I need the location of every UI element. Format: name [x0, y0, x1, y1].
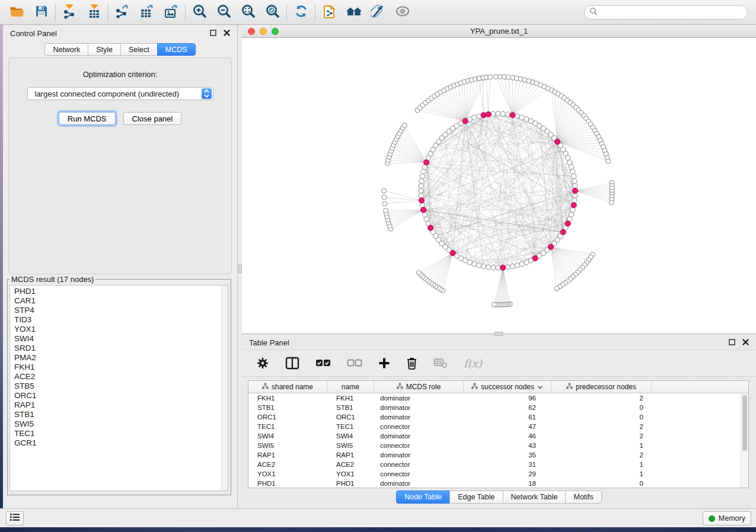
table-row[interactable]: ORC1ORC1dominator610	[248, 412, 748, 422]
network-node[interactable]	[419, 179, 424, 184]
network-node[interactable]	[496, 111, 500, 116]
network-node[interactable]	[424, 217, 429, 222]
network-node[interactable]	[573, 184, 578, 188]
network-node[interactable]	[606, 159, 611, 164]
network-node[interactable]	[515, 114, 519, 118]
network-node[interactable]	[570, 169, 575, 174]
tab-network-table[interactable]: Network Table	[503, 491, 566, 504]
network-node[interactable]	[510, 264, 515, 268]
network-node[interactable]	[573, 193, 578, 198]
network-node[interactable]	[491, 111, 496, 116]
network-node[interactable]	[476, 114, 481, 118]
network-node[interactable]	[476, 263, 481, 268]
mcds-result-item[interactable]: TEC1	[10, 429, 228, 438]
network-node[interactable]	[419, 193, 423, 198]
network-node[interactable]	[532, 255, 538, 261]
birds-eye-view-button[interactable]	[390, 2, 414, 23]
network-node[interactable]	[488, 75, 493, 79]
network-node[interactable]	[481, 264, 486, 268]
mcds-result-item[interactable]: SWI5	[10, 419, 228, 429]
network-node[interactable]	[419, 184, 423, 188]
mcds-result-item[interactable]: SRD1	[10, 344, 228, 353]
network-node[interactable]	[419, 198, 424, 203]
close-panel-icon[interactable]	[742, 337, 749, 348]
show-columns-icon[interactable]	[285, 357, 299, 370]
network-node[interactable]	[565, 221, 570, 226]
vertical-splitter[interactable]	[237, 25, 242, 508]
network-node[interactable]	[419, 188, 423, 193]
network-node[interactable]	[496, 265, 500, 270]
export-image-button[interactable]	[159, 2, 183, 23]
table-row[interactable]: TEC1TEC1connector472	[248, 422, 748, 431]
network-node[interactable]	[382, 188, 387, 193]
export-table-button[interactable]	[135, 2, 159, 23]
mcds-result-item[interactable]: STB1	[10, 410, 228, 419]
mcds-result-item[interactable]: FKH1	[10, 363, 228, 372]
column-header-predecessor-nodes[interactable]: predecessor nodes	[551, 381, 652, 393]
mcds-result-item[interactable]: STP4	[10, 306, 228, 315]
network-node[interactable]	[555, 139, 560, 145]
mcds-result-item[interactable]: SWI4	[10, 334, 228, 344]
network-node[interactable]	[428, 225, 433, 230]
deselect-all-checks-icon[interactable]	[347, 359, 362, 367]
close-panel-button[interactable]: Close panel	[123, 112, 182, 125]
network-node[interactable]	[416, 270, 421, 275]
network-node[interactable]	[500, 111, 505, 116]
tab-edge-table[interactable]: Edge Table	[449, 491, 503, 504]
delete-rows-icon[interactable]	[406, 357, 417, 370]
save-session-button[interactable]	[29, 2, 53, 23]
table-row[interactable]: STB1STB1dominator620	[248, 403, 748, 412]
network-node[interactable]	[510, 113, 515, 118]
mcds-result-item[interactable]: ORC1	[10, 391, 228, 400]
memory-button[interactable]: Memory	[703, 511, 751, 525]
tab-select[interactable]: Select	[120, 43, 158, 56]
mcds-result-item[interactable]: STB5	[10, 382, 228, 391]
network-node[interactable]	[569, 165, 573, 169]
network-node[interactable]	[571, 203, 576, 208]
toggle-graphics-details-button[interactable]	[366, 2, 390, 23]
network-node[interactable]	[567, 160, 572, 165]
network-node[interactable]	[384, 208, 388, 213]
network-node[interactable]	[491, 265, 496, 270]
column-header-name[interactable]: name	[327, 381, 374, 393]
table-scrollbar[interactable]	[741, 393, 748, 488]
network-node[interactable]	[500, 265, 506, 270]
network-node[interactable]	[609, 200, 614, 205]
refresh-view-button[interactable]	[289, 2, 313, 23]
network-graph[interactable]	[242, 38, 756, 334]
mcds-list-scrollbar[interactable]	[221, 286, 228, 491]
table-options-gear-icon[interactable]	[256, 357, 269, 370]
home-view-button[interactable]	[342, 2, 366, 23]
mcds-result-item[interactable]: RAP1	[10, 400, 228, 410]
column-header-successor-nodes[interactable]: successor nodes	[464, 381, 551, 393]
add-row-icon[interactable]	[378, 357, 390, 369]
table-row[interactable]: YOX1YOX1connector291	[248, 469, 748, 479]
network-node[interactable]	[424, 160, 429, 165]
search-box[interactable]	[584, 5, 748, 20]
tab-motifs[interactable]: Motifs	[565, 491, 601, 504]
import-network-button[interactable]	[58, 2, 82, 23]
mcds-result-item[interactable]: TID3	[10, 315, 228, 325]
network-node[interactable]	[519, 261, 524, 266]
tab-network[interactable]: Network	[44, 43, 88, 56]
network-node[interactable]	[382, 195, 387, 200]
network-node[interactable]	[548, 244, 553, 249]
network-node[interactable]	[462, 118, 468, 124]
network-canvas[interactable]	[242, 38, 756, 334]
network-node[interactable]	[472, 115, 477, 120]
network-node[interactable]	[505, 265, 510, 270]
column-header-MCDS-role[interactable]: MCDS role	[374, 381, 464, 393]
network-node[interactable]	[569, 212, 573, 217]
zoom-in-button[interactable]	[187, 2, 212, 23]
mcds-result-item[interactable]: PMA2	[10, 353, 228, 363]
network-node[interactable]	[420, 174, 425, 178]
network-node[interactable]	[572, 198, 577, 203]
tab-style[interactable]: Style	[88, 43, 121, 56]
network-node[interactable]	[382, 201, 387, 206]
horizontal-splitter-handle[interactable]	[495, 332, 503, 336]
network-node[interactable]	[486, 265, 491, 270]
tab-node-table[interactable]: Node Table	[396, 491, 450, 504]
mcds-result-item[interactable]: ACE2	[10, 372, 228, 382]
select-all-checks-icon[interactable]	[315, 359, 331, 367]
open-session-button[interactable]	[5, 2, 29, 23]
